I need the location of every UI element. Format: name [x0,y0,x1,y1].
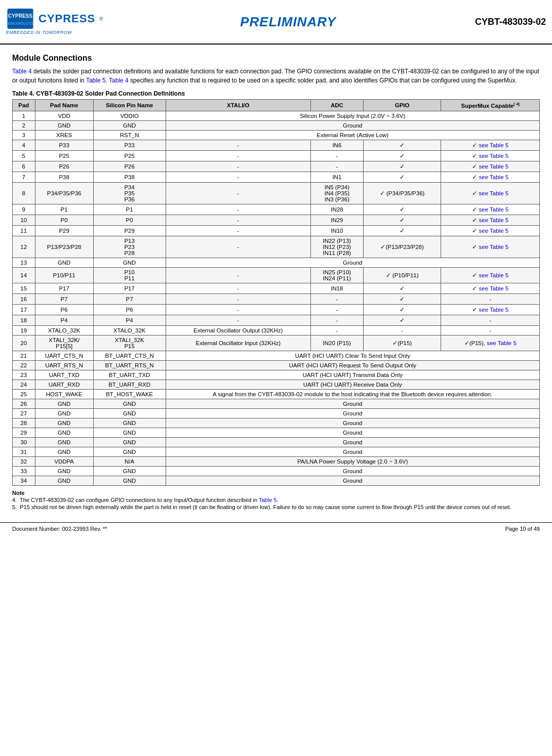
table-cell: IN20 (P15) [310,335,363,351]
table-cell: ✓ [363,304,441,315]
table5-link[interactable]: see Table 5 [479,190,509,196]
table5-link[interactable]: see Table 5 [479,228,509,234]
table-cell: P0 [93,215,166,225]
col-header-xtali: XTALI/O [166,100,310,111]
table5-link[interactable]: see Table 5 [479,206,509,213]
table-cell: P26 [35,161,93,172]
table-cell: XTALI_32K P15 [93,335,166,351]
table-row: 11P29P29-IN10✓✓ see Table 5 [13,225,540,236]
table-cell: ✓ [363,215,441,225]
table-row: 27GNDGNDGround [13,408,540,418]
table-row: 9P1P1-IN28✓✓ see Table 5 [13,204,540,215]
table-row: 33GNDGNDGround [13,466,540,476]
table-cell: GND [35,120,93,130]
table-cell: ✓(P15), see Table 5 [441,335,540,351]
table-cell: BT_UART_TXD [93,370,166,380]
table-cell: RST_N [93,130,166,140]
table-cell: ✓ see Table 5 [441,150,540,161]
table-cell: - [166,172,310,182]
table-cell: GND [93,447,166,456]
table5-link[interactable]: see Table 5 [479,142,509,148]
table5-link[interactable]: see Table 5 [479,174,509,180]
table-cell: GND [93,418,166,428]
table-cell: P1 [93,204,166,215]
table-cell: BT_UART_CTS_N [93,351,166,360]
table-cell-merged: UART (HCI UART) Request To Send Output O… [166,360,540,370]
intro-paragraph: Table 4 details the solder pad connectio… [12,67,540,85]
table-cell: GND [35,476,93,485]
table-cell: P1 [35,204,93,215]
table-row: 30GNDGNDGround [13,437,540,447]
table-row: 10P0P0-IN29✓✓ see Table 5 [13,215,540,225]
table5-link[interactable]: see Table 5 [479,153,509,159]
table-cell: GND [35,466,93,476]
table5-link[interactable]: see Table 5 [479,272,509,278]
table-cell: - [166,150,310,161]
table-cell: IN25 (P10) IN24 (P11) [310,267,363,283]
table-row: 24UART_RXDBT_UART_RXDUART (HCI UART) Rec… [13,380,540,389]
col-header-gpio: GPIO [363,100,441,111]
connection-table: Pad Pad Name Silicon Pin Name XTALI/O AD… [12,99,540,486]
table-cell-merged: Ground [166,437,540,447]
table-cell: P10 P11 [93,267,166,283]
table-cell: GND [93,399,166,408]
table4-link-2[interactable]: Table 4 [109,77,129,84]
table5-link-note[interactable]: Table 5 [259,497,277,503]
note-5-text: 5. P15 should not be driven high externa… [12,504,511,510]
table-cell: 3 [13,130,35,140]
footer-page-number: Page 10 of 49 [505,526,540,532]
table-row: 8P34/P35/P36P34 P35 P36-IN5 (P34) IN4 (P… [13,182,540,204]
table4-link-1[interactable]: Table 4 [12,68,32,75]
table-cell-merged: Ground [166,120,540,130]
table-cell: - [310,325,363,335]
table-cell: N/A [93,456,166,466]
table-cell: 12 [13,236,35,258]
table-cell: 21 [13,351,35,360]
table-cell-merged: UART (HCI UART) Transmit Data Only [166,370,540,380]
table5-link[interactable]: see Table 5 [479,285,509,291]
table-cell: ✓ see Table 5 [441,204,540,215]
note-title: Note [12,490,540,496]
table-cell-merged: Ground [166,258,540,267]
table5-link[interactable]: see Table 5 [479,217,509,223]
table-cell: ✓ [363,150,441,161]
table-cell: P33 [35,140,93,150]
table-cell: P10/P11 [35,267,93,283]
table-cell: P38 [35,172,93,182]
table-cell: 20 [13,335,35,351]
table5-link[interactable]: see Table 5 [487,340,517,346]
table-cell-merged: Ground [166,476,540,485]
table-cell: 34 [13,476,35,485]
table-cell: ✓ see Table 5 [441,140,540,150]
table-row: 7P38P38-IN1✓✓ see Table 5 [13,172,540,182]
table-cell-merged: UART (HCI UART) Receive Data Only [166,380,540,389]
table5-link[interactable]: see Table 5 [479,244,509,250]
table-row: 34GNDGNDGround [13,476,540,485]
col-header-adc: ADC [310,100,363,111]
table-row: 21UART_CTS_NBT_UART_CTS_NUART (HCI UART)… [13,351,540,360]
table5-link[interactable]: see Table 5 [479,307,509,313]
svg-text:CYPRESS: CYPRESS [8,13,32,19]
table-row: 29GNDGNDGround [13,428,540,437]
table-cell: IN29 [310,215,363,225]
table-cell: 24 [13,380,35,389]
table5-link-1[interactable]: Table 5 [86,77,106,84]
table-cell: - [441,293,540,304]
table5-link[interactable]: see Table 5 [479,163,509,170]
table-cell: 23 [13,370,35,380]
table-cell: GND [93,258,166,267]
table-cell: P13 P23 P28 [93,236,166,258]
table-cell: - [363,325,441,335]
table-cell: - [310,293,363,304]
table-row: 13GNDGNDGround [13,258,540,267]
table-cell: GND [93,428,166,437]
table-cell: IN5 (P34) IN4 (P35) IN3 (P36) [310,182,363,204]
col-header-pad: Pad [13,100,35,111]
table-cell: ✓ see Table 5 [441,172,540,182]
col-header-silicon: Silicon Pin Name [93,100,166,111]
footer-doc-number: Document Number: 002-23993 Rev. ** [12,526,107,532]
table-cell: XTALI_32K/ P15[5] [35,335,93,351]
table-cell: 16 [13,293,35,304]
table-cell: 1 [13,111,35,120]
table-cell: BT_UART_RTS_N [93,360,166,370]
